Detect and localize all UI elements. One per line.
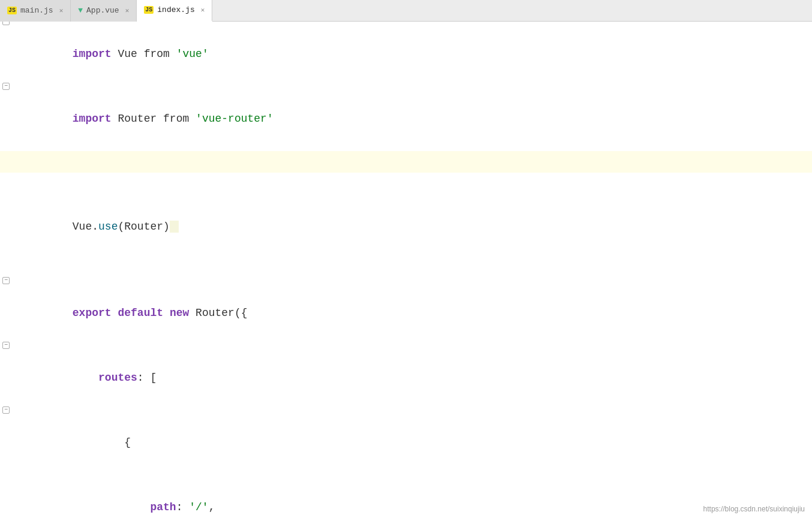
js-icon: JS — [7, 7, 17, 14]
code-line-3 — [0, 151, 812, 173]
code-editor[interactable]: − import Vue from 'vue' − import Router … — [0, 22, 812, 518]
tab-close-app-vue[interactable]: ✕ — [125, 7, 130, 14]
fold-icon-8[interactable]: − — [2, 342, 10, 349]
fold-icon-9[interactable]: − — [2, 406, 10, 414]
string-vue-router: 'vue-router' — [196, 113, 273, 125]
tab-label-main-js: main.js — [20, 6, 53, 15]
tab-index-js[interactable]: JS index.js ✕ — [137, 0, 212, 22]
tab-main-js[interactable]: JS main.js ✕ — [0, 0, 71, 22]
code-line-10: path: '/', — [0, 475, 812, 518]
line-content-9: { — [28, 410, 812, 475]
line-content-7: export default new Router({ — [28, 281, 812, 345]
code-line-4 — [0, 173, 812, 194]
tab-close-index-js[interactable]: ✕ — [201, 6, 205, 14]
tab-app-vue[interactable]: ▼ App.vue ✕ — [71, 0, 137, 22]
line-content-8: routes: [ — [28, 345, 812, 410]
line-content-1: import Vue from 'vue' — [28, 22, 812, 86]
code-line-9: − { — [0, 410, 812, 475]
tab-label-app-vue: App.vue — [86, 6, 119, 15]
tab-close-main-js[interactable]: ✕ — [59, 7, 64, 14]
fold-icon-7[interactable]: − — [2, 277, 10, 284]
keyword-import-2: import — [73, 113, 112, 125]
tab-label-index-js: index.js — [157, 5, 194, 14]
code-line-1: − import Vue from 'vue' — [0, 22, 812, 86]
fold-icon-2[interactable]: − — [2, 83, 10, 90]
line-content-2: import Router from 'vue-router' — [28, 86, 812, 151]
vue-icon: ▼ — [78, 6, 83, 15]
line-content-5: Vue.use(Router) — [28, 194, 812, 259]
code-line-5: Vue.use(Router) — [0, 194, 812, 259]
code-line-7: − export default new Router({ — [0, 281, 812, 345]
tab-bar: JS main.js ✕ ▼ App.vue ✕ JS index.js ✕ — [0, 0, 812, 22]
keyword-import-1: import — [73, 48, 112, 60]
code-line-8: − routes: [ — [0, 345, 812, 410]
js-icon-active: JS — [144, 6, 154, 14]
string-vue: 'vue' — [176, 48, 209, 60]
fold-icon-1[interactable]: − — [2, 22, 10, 25]
code-line-6 — [0, 259, 812, 281]
line-content-10: path: '/', — [28, 475, 812, 518]
watermark: https://blog.csdn.net/suixinqiujiu — [703, 505, 805, 513]
code-line-2: − import Router from 'vue-router' — [0, 86, 812, 151]
